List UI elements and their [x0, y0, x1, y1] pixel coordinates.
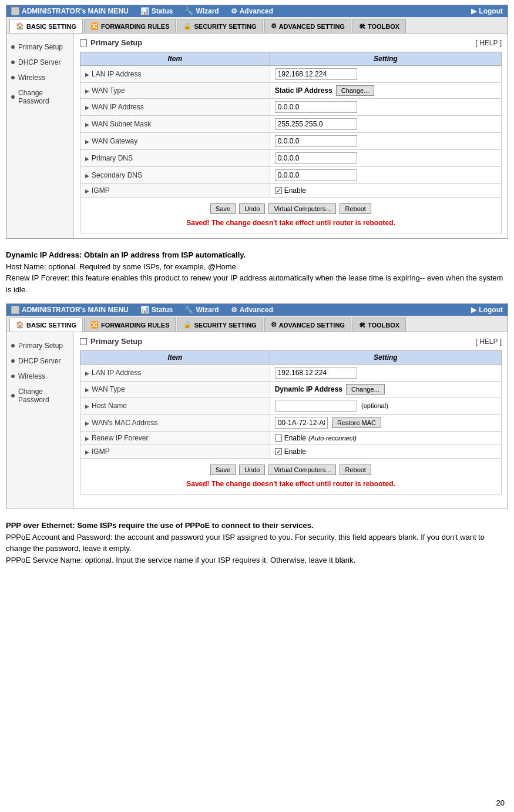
- main-content-2: Primary Setup [ HELP ] Item Setting: [74, 332, 508, 509]
- primary-dns-input[interactable]: [275, 152, 357, 164]
- dynamic-line1: Host Name: optional. Required by some IS…: [6, 261, 508, 273]
- action-cell: Save Undo Virtual Computers... Reboot Sa…: [80, 198, 502, 233]
- tab-forwarding-rules[interactable]: 🔀 FORWARDING RULES: [84, 19, 176, 33]
- help-link-2[interactable]: [ HELP ]: [476, 338, 502, 346]
- bullet-icon: [11, 375, 15, 378]
- save-button-1[interactable]: Save: [210, 203, 236, 214]
- virtual-computers-button-2[interactable]: Virtual Computers...: [268, 465, 336, 475]
- saved-msg-2: Saved! The change doesn't take effect un…: [85, 479, 496, 492]
- mac-address-input[interactable]: [275, 417, 328, 429]
- table-row: WAN Type Dynamic IP Address Change...: [80, 382, 502, 397]
- host-name-input[interactable]: [275, 400, 357, 412]
- advanced-menu-item-2[interactable]: ⚙ Advanced: [231, 306, 273, 314]
- bullet-icon: [11, 61, 15, 64]
- router-panel-2: ADMINISTRATOR's MAIN MENU 📊 Status 🔧 Wiz…: [6, 303, 508, 509]
- tab-basic-setting-2[interactable]: 🏠 BASIC SETTING: [9, 318, 83, 332]
- change-button-1[interactable]: Change...: [336, 85, 375, 96]
- save-button-2[interactable]: Save: [210, 465, 236, 475]
- bullet-icon: [11, 76, 15, 79]
- row-arrow-icon: [85, 186, 89, 195]
- undo-button-2[interactable]: Undo: [239, 465, 265, 475]
- secondary-dns-input[interactable]: [275, 169, 357, 181]
- label-cell: IGMP: [80, 184, 270, 198]
- bullet-icon: [11, 359, 15, 363]
- bullet-icon: [11, 95, 15, 99]
- tab-security-setting[interactable]: 🔒 SECURITY SETTING: [177, 19, 263, 33]
- col-item-header: Item: [80, 52, 270, 66]
- tab-advanced-setting-2[interactable]: ⚙ ADVANCED SETTING: [264, 318, 351, 332]
- change-button-2[interactable]: Change...: [346, 384, 385, 395]
- panel-body-2: Primary Setup DHCP Server Wireless Chang…: [6, 332, 508, 509]
- restore-mac-button[interactable]: Restore MAC: [332, 417, 381, 428]
- wan-subnet-input[interactable]: [275, 118, 357, 130]
- logout-arrow-icon-2: ▶: [471, 306, 476, 314]
- table-row: Secondary DNS: [80, 167, 502, 184]
- renew-checkbox[interactable]: [275, 435, 282, 442]
- top-menubar-2: ADMINISTRATOR's MAIN MENU 📊 Status 🔧 Wiz…: [6, 304, 508, 316]
- status-menu-item[interactable]: 📊 Status: [140, 7, 173, 15]
- setting-cell: Static IP Address Change...: [270, 83, 501, 99]
- security-icon: 🔒: [183, 22, 192, 30]
- setting-cell: Dynamic IP Address Change...: [270, 382, 501, 397]
- igmp-checkbox-2[interactable]: ✓: [275, 448, 282, 455]
- undo-button-1[interactable]: Undo: [239, 203, 265, 214]
- saved-msg-1: Saved! The change doesn't take effect un…: [85, 218, 496, 230]
- action-row: Save Undo Virtual Computers... Reboot Sa…: [80, 198, 502, 233]
- sidebar-item-wireless[interactable]: Wireless: [6, 70, 73, 85]
- main-content-1: Primary Setup [ HELP ] Item Setting: [74, 34, 508, 238]
- virtual-computers-button-1[interactable]: Virtual Computers...: [268, 203, 336, 214]
- sidebar-item-primary-setup[interactable]: Primary Setup: [6, 39, 73, 55]
- setting-cell: [270, 365, 501, 382]
- dynamic-line2: Renew IP Forever: this feature enables t…: [6, 272, 508, 295]
- wan-type-label: Static IP Address: [275, 86, 332, 95]
- section-title-1: Primary Setup: [90, 38, 142, 47]
- advanced-menu-item[interactable]: ⚙ Advanced: [231, 7, 273, 15]
- sidebar-item-change-password-2[interactable]: Change Password: [6, 384, 73, 407]
- advanced-icon-2: ⚙: [231, 306, 237, 314]
- status-menu-item-2[interactable]: 📊 Status: [140, 306, 173, 314]
- wizard-menu-item[interactable]: 🔧 Wizard: [184, 7, 219, 15]
- logout-menu-item-2[interactable]: ▶ Logout: [471, 306, 503, 314]
- sidebar-item-wireless-2[interactable]: Wireless: [6, 369, 73, 384]
- admin-menu-item[interactable]: ADMINISTRATOR's MAIN MENU: [11, 7, 129, 15]
- tab-basic-setting[interactable]: 🏠 BASIC SETTING: [9, 19, 83, 33]
- setting-cell: [270, 66, 501, 83]
- lan-ip-input[interactable]: [275, 68, 357, 80]
- wan-gateway-input[interactable]: [275, 135, 357, 147]
- tab-advanced-setting[interactable]: ⚙ ADVANCED SETTING: [264, 19, 351, 33]
- reboot-button-1[interactable]: Reboot: [340, 203, 371, 214]
- tab-security-setting-2[interactable]: 🔒 SECURITY SETTING: [177, 318, 263, 332]
- admin-label: ADMINISTRATOR's MAIN MENU: [22, 7, 129, 15]
- row-label-text: WAN's MAC Address: [92, 419, 158, 427]
- tab-bar-2: 🏠 BASIC SETTING 🔀 FORWARDING RULES 🔒 SEC…: [6, 316, 508, 332]
- row-label-text: Secondary DNS: [92, 171, 142, 179]
- tab-toolbox[interactable]: 🛠 TOOLBOX: [352, 19, 406, 33]
- setting-cell: Enable (Auto-reconnect): [270, 432, 501, 445]
- lan-ip-input-2[interactable]: [275, 367, 357, 379]
- pppoe-line2: PPPoE Service Name: optional. Input the …: [6, 554, 508, 566]
- table-row: IGMP ✓ Enable: [80, 184, 502, 198]
- igmp-checkbox[interactable]: ✓: [275, 187, 282, 194]
- pppoe-text-section: PPP over Ethernet: Some ISPs require the…: [0, 514, 514, 569]
- help-link-1[interactable]: [ HELP ]: [476, 39, 502, 47]
- logout-menu-item[interactable]: ▶ Logout: [471, 7, 503, 15]
- table-row: WAN's MAC Address Restore MAC: [80, 415, 502, 432]
- sidebar-item-dhcp-server[interactable]: DHCP Server: [6, 55, 73, 70]
- label-cell: Host Name: [80, 397, 270, 415]
- row-arrow-icon: [85, 137, 89, 145]
- row-arrow-icon: [85, 103, 89, 111]
- sidebar-item-primary-setup-2[interactable]: Primary Setup: [6, 338, 73, 353]
- tab-toolbox-2[interactable]: 🛠 TOOLBOX: [352, 318, 406, 332]
- reboot-button-2[interactable]: Reboot: [340, 465, 371, 475]
- wan-ip-input[interactable]: [275, 101, 357, 113]
- wan-type-label-2: Dynamic IP Address: [275, 385, 342, 393]
- wizard-icon-2: 🔧: [184, 306, 193, 314]
- tab-forwarding-rules-2[interactable]: 🔀 FORWARDING RULES: [84, 318, 176, 332]
- wizard-menu-item-2[interactable]: 🔧 Wizard: [184, 306, 219, 314]
- col-item-header-2: Item: [80, 351, 270, 365]
- sidebar-item-change-password[interactable]: Change Password: [6, 85, 73, 109]
- admin-menu-item-2[interactable]: ADMINISTRATOR's MAIN MENU: [11, 306, 129, 314]
- sidebar-item-dhcp-server-2[interactable]: DHCP Server: [6, 353, 73, 369]
- setting-cell: [270, 99, 501, 116]
- section-checkbox-icon: [80, 39, 87, 46]
